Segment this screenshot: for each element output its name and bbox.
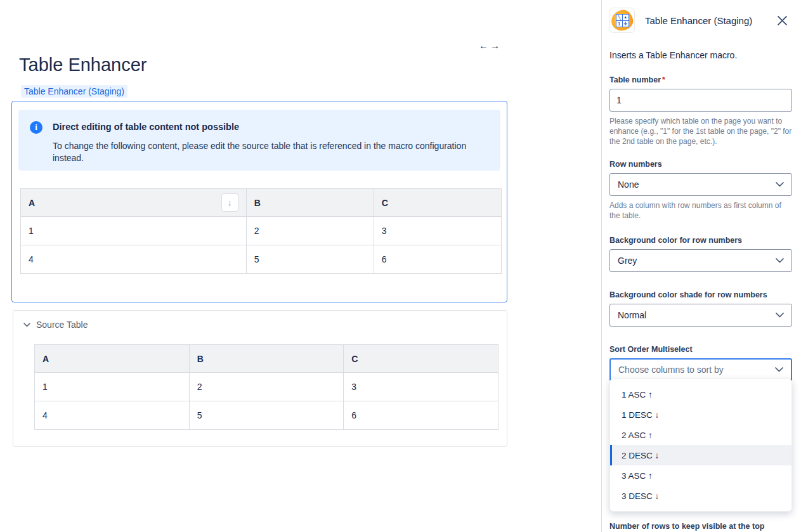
source-table: A B C 1 2 3 4 5 6 xyxy=(34,344,498,430)
field-label: Sort Order Multiselect xyxy=(609,345,792,354)
table-cell: 3 xyxy=(344,373,498,401)
table-enhancer-app-icon: ╲ ▲ 1 + xyxy=(609,8,635,33)
table-cell: 6 xyxy=(374,245,501,274)
rows-visible-top-label: Number of rows to keep visible at the to… xyxy=(609,522,764,531)
arrow-right-icon: → xyxy=(490,40,500,51)
field-label: Row numbers xyxy=(609,160,792,169)
table-row: 4 5 6 xyxy=(21,245,502,274)
column-header-b: B xyxy=(246,189,374,217)
sort-order-select[interactable]: Choose columns to sort by xyxy=(609,358,792,381)
select-value: Normal xyxy=(618,310,646,320)
sort-option[interactable]: 3 ASC ↑ xyxy=(610,465,791,486)
macro-config-panel: ╲ ▲ 1 + Table Enhancer (Staging) Inserts… xyxy=(602,0,801,532)
row-numbers-select[interactable]: None xyxy=(609,173,792,196)
field-help-text: Adds a column with row numbers as first … xyxy=(609,200,792,221)
select-placeholder: Choose columns to sort by xyxy=(618,365,724,375)
table-header-row: A B C xyxy=(35,345,498,373)
sort-option[interactable]: 2 ASC ↑ xyxy=(610,425,791,445)
info-panel-title: Direct editing of table content not poss… xyxy=(53,122,488,132)
select-value: Grey xyxy=(618,256,637,266)
table-cell: 3 xyxy=(374,217,501,245)
chevron-down-icon xyxy=(23,323,30,327)
arrow-left-icon: ← xyxy=(479,40,489,51)
table-cell: 2 xyxy=(189,373,344,401)
bg-color-select[interactable]: Grey xyxy=(609,249,792,272)
sort-option[interactable]: 3 DESC ↓ xyxy=(610,486,791,506)
table-cell: 1 xyxy=(21,217,247,245)
table-header-row: A ↓ B C xyxy=(21,189,502,217)
field-bg-shade: Background color shade for row numbers N… xyxy=(609,290,792,327)
table-cell: 5 xyxy=(246,245,374,274)
info-panel-body: To change the following content, please … xyxy=(53,140,488,164)
sort-option[interactable]: 1 DESC ↓ xyxy=(610,405,791,425)
info-panel-text: Direct editing of table content not poss… xyxy=(53,120,488,160)
panel-title: Table Enhancer (Staging) xyxy=(645,15,775,26)
page-title: Table Enhancer xyxy=(19,55,601,75)
source-table-toggle[interactable]: Source Table xyxy=(23,320,507,330)
field-label: Background color shade for row numbers xyxy=(609,290,792,299)
macro-editor-app: ← → Table Enhancer Table Enhancer (Stagi… xyxy=(0,0,801,532)
info-icon: i xyxy=(30,121,42,134)
sort-column-button[interactable]: ↓ xyxy=(221,193,238,212)
bg-shade-select[interactable]: Normal xyxy=(609,304,792,327)
source-table-label: Source Table xyxy=(36,320,88,330)
table-number-input[interactable] xyxy=(609,89,792,112)
column-header-label: A xyxy=(29,198,35,208)
table-cell: 2 xyxy=(246,217,374,245)
editor-canvas: ← → Table Enhancer Table Enhancer (Stagi… xyxy=(0,0,601,532)
macro-name-link[interactable]: Table Enhancer (Staging) xyxy=(21,85,127,98)
required-asterisk: * xyxy=(662,75,665,84)
close-icon[interactable] xyxy=(775,13,790,28)
field-label: Background color for row numbers xyxy=(609,236,792,245)
field-row-numbers: Row numbers None Adds a column with row … xyxy=(609,160,792,221)
table-row: 1 2 3 xyxy=(21,217,502,245)
table-cell: 5 xyxy=(189,401,344,430)
panel-header: ╲ ▲ 1 + Table Enhancer (Staging) xyxy=(609,8,792,33)
column-header-c: C xyxy=(374,189,501,217)
field-bg-color: Background color for row numbers Grey xyxy=(609,236,792,272)
table-row: 1 2 3 xyxy=(35,373,498,401)
table-row: 4 5 6 xyxy=(35,401,498,430)
table-cell: 1 xyxy=(35,373,190,401)
info-panel: i Direct editing of table content not po… xyxy=(18,110,500,171)
source-table-section: Source Table A B C 1 2 3 xyxy=(13,310,507,447)
field-help-text: Please specify which table on the page y… xyxy=(609,116,792,146)
chevron-down-icon xyxy=(775,367,783,372)
sort-option[interactable]: 1 ASC ↑ xyxy=(610,384,791,405)
sort-option-highlighted[interactable]: 2 DESC ↓ xyxy=(610,445,791,465)
select-value: None xyxy=(618,179,639,190)
panel-description: Inserts a Table Enhancer macro. xyxy=(609,50,792,60)
enhanced-table: A ↓ B C 1 2 3 4 xyxy=(20,188,502,274)
chevron-down-icon xyxy=(776,182,784,187)
column-header-a: A xyxy=(35,345,190,373)
column-header-a: A ↓ xyxy=(21,189,247,217)
sort-options-dropdown: 1 ASC ↑ 1 DESC ↓ 2 ASC ↑ 2 DESC ↓ 3 ASC … xyxy=(609,379,792,512)
table-cell: 4 xyxy=(21,245,247,274)
expand-width-button[interactable]: ← → xyxy=(479,40,500,51)
chevron-down-icon xyxy=(776,313,784,318)
table-cell: 6 xyxy=(344,401,498,430)
column-header-c: C xyxy=(344,345,498,373)
field-table-number: Table number* Please specify which table… xyxy=(609,75,792,146)
column-header-b: B xyxy=(189,345,344,373)
table-enhancer-macro-block[interactable]: i Direct editing of table content not po… xyxy=(11,101,507,302)
table-cell: 4 xyxy=(35,401,190,430)
field-label: Table number* xyxy=(609,75,792,84)
chevron-down-icon xyxy=(776,258,784,263)
